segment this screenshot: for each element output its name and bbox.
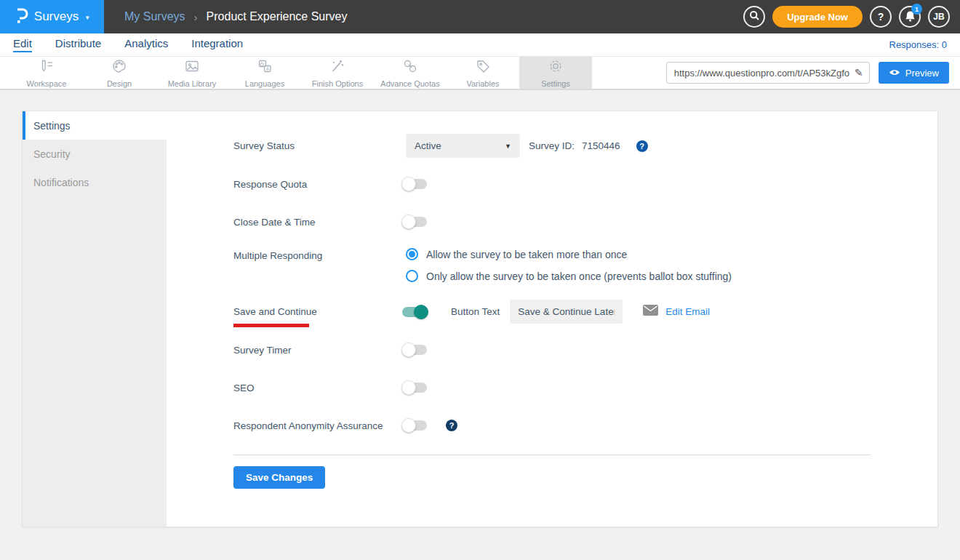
survey-toolbar: Workspace Design Media Library [0, 57, 960, 90]
preview-button[interactable]: Preview [879, 62, 949, 84]
button-text-input[interactable] [510, 300, 623, 324]
translate-icon: A [257, 58, 273, 77]
toggle-knob [401, 177, 416, 191]
help-button[interactable]: ? [870, 6, 892, 28]
edit-url-pencil-icon[interactable]: ✎ [855, 67, 863, 79]
toggle-knob [401, 380, 416, 395]
radio-allow-multiple-label: Allow the survey to be taken more than o… [426, 249, 627, 260]
header-actions: Upgrade Now ? 1 JB [743, 6, 950, 28]
settings-card: Settings Security Notifications Survey S… [22, 111, 938, 527]
radio-dot [409, 273, 415, 279]
avatar[interactable]: JB [928, 6, 950, 28]
toolbar-item-advance-quotas[interactable]: Advance Quotas [374, 57, 447, 89]
radio-dot [409, 251, 415, 257]
sidebar-item-settings[interactable]: Settings [23, 111, 167, 140]
palette-icon [111, 58, 127, 77]
sidebar-item-security[interactable]: Security [23, 140, 167, 168]
page-title: Product Experience Survey [207, 10, 348, 23]
radio-button-unselected[interactable] [406, 270, 418, 282]
breadcrumb: My Surveys › Product Experience Survey [124, 10, 743, 23]
close-date-time-toggle[interactable] [402, 217, 427, 227]
save-and-continue-row: Save and Continue Button Text Edit Email [233, 300, 871, 324]
eye-icon [889, 68, 900, 79]
survey-url-box: ✎ [666, 62, 870, 84]
toolbar-item-settings[interactable]: Settings [519, 57, 592, 89]
save-and-continue-label-inner: Save and Continue [233, 306, 317, 317]
survey-timer-row: Survey Timer [233, 338, 871, 361]
respondent-anonymity-toggle[interactable] [402, 420, 427, 431]
response-quota-toggle[interactable] [402, 179, 427, 189]
response-quota-row: Response Quota [233, 172, 871, 196]
breadcrumb-parent[interactable]: My Surveys [124, 10, 185, 23]
chain-links-icon [402, 58, 418, 77]
survey-status-dropdown[interactable]: Active ▼ [406, 134, 520, 158]
edit-email-label: Edit Email [665, 306, 710, 317]
survey-id-help-icon[interactable]: ? [636, 140, 648, 152]
breadcrumb-separator: › [194, 11, 198, 23]
tab-analytics[interactable]: Analytics [124, 37, 168, 52]
toolbar-item-languages[interactable]: A Languages [228, 57, 301, 89]
top-header: Surveys ▼ My Surveys › Product Experienc… [0, 0, 960, 33]
toolbar-item-finish-options[interactable]: Finish Options [301, 57, 374, 89]
header-bar: My Surveys › Product Experience Survey U… [104, 0, 960, 33]
close-date-time-row: Close Date & Time [233, 210, 871, 233]
survey-timer-toggle[interactable] [402, 345, 427, 355]
workspace-icon [39, 58, 55, 77]
preview-label: Preview [905, 68, 939, 79]
respondent-anonymity-row: Respondent Anonymity Assurance ? [233, 414, 871, 437]
save-changes-button[interactable]: Save Changes [233, 466, 325, 489]
questionpro-logo-icon [14, 7, 28, 28]
seo-label: SEO [233, 383, 406, 393]
product-switcher[interactable]: Surveys ▼ [0, 0, 104, 33]
edit-email-link[interactable]: Edit Email [643, 305, 710, 319]
tag-icon [475, 58, 491, 77]
toolbar-item-design[interactable]: Design [83, 57, 156, 89]
radio-allow-multiple[interactable]: Allow the survey to be taken more than o… [406, 248, 732, 260]
notifications-button[interactable]: 1 [899, 6, 921, 28]
multiple-responding-label: Multiple Responding [233, 250, 406, 261]
toolbar-label: Design [107, 79, 132, 88]
survey-id-label: Survey ID: [529, 140, 575, 151]
survey-status-value: Active [415, 140, 441, 151]
seo-toggle[interactable] [402, 383, 427, 393]
form-divider [233, 455, 871, 455]
multiple-responding-row: Multiple Responding Allow the survey to … [233, 248, 871, 282]
multiple-responding-options: Allow the survey to be taken more than o… [406, 248, 732, 282]
radio-only-once[interactable]: Only allow the survey to be taken once (… [406, 270, 732, 282]
magic-wand-icon [329, 58, 345, 77]
toolbar-item-media-library[interactable]: Media Library [156, 57, 228, 89]
chevron-down-icon: ▼ [505, 143, 511, 150]
page-content: Settings Security Notifications Survey S… [0, 90, 960, 527]
toolbar-label: Settings [541, 79, 570, 88]
upgrade-now-button[interactable]: Upgrade Now [772, 6, 863, 28]
response-quota-label: Response Quota [233, 179, 406, 190]
toolbar-item-variables[interactable]: Variables [447, 57, 519, 89]
responses-count: Responses: 0 [889, 39, 948, 50]
search-icon [749, 10, 760, 23]
settings-sidebar: Settings Security Notifications [23, 111, 167, 527]
tab-integration[interactable]: Integration [191, 37, 243, 52]
toggle-knob [401, 343, 416, 357]
toolbar-item-workspace[interactable]: Workspace [10, 57, 83, 89]
radio-only-once-label: Only allow the survey to be taken once (… [426, 271, 732, 282]
survey-timer-label: Survey Timer [233, 345, 406, 356]
gear-icon [548, 58, 564, 77]
section-tabbar: Edit Distribute Analytics Integration Re… [0, 33, 960, 57]
search-button[interactable] [743, 6, 765, 28]
sidebar-item-notifications[interactable]: Notifications [23, 168, 167, 196]
svg-text:A: A [266, 66, 270, 71]
anonymity-help-icon[interactable]: ? [446, 420, 457, 431]
survey-url-input[interactable] [674, 68, 855, 79]
tab-edit[interactable]: Edit [13, 37, 32, 52]
save-and-continue-toggle[interactable] [402, 307, 427, 317]
respondent-anonymity-label: Respondent Anonymity Assurance [233, 420, 406, 431]
toggle-knob [401, 215, 416, 229]
tab-distribute[interactable]: Distribute [55, 37, 101, 52]
question-mark-icon: ? [878, 11, 884, 23]
toolbar-right: ✎ Preview [592, 57, 949, 89]
toggle-knob [414, 305, 428, 319]
toolbar-label: Workspace [27, 79, 67, 88]
radio-button-selected[interactable] [406, 248, 418, 260]
survey-status-row: Survey Status Active ▼ Survey ID: 715044… [233, 134, 871, 158]
product-label: Surveys [34, 9, 79, 24]
